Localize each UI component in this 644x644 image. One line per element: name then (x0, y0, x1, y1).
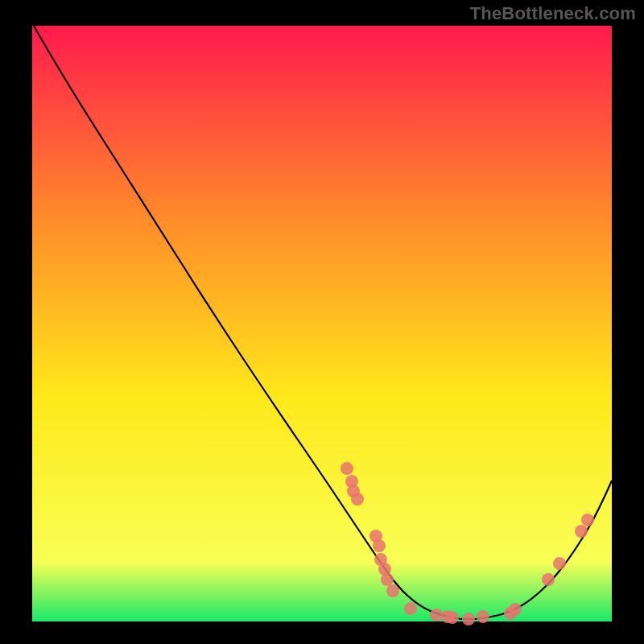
plot-background (32, 26, 612, 621)
data-point (446, 611, 459, 624)
data-point (381, 573, 394, 586)
data-point (430, 609, 443, 621)
watermark: TheBottleneck.com (470, 3, 636, 24)
data-point (581, 514, 594, 526)
data-point (542, 573, 555, 586)
data-point (462, 613, 475, 625)
data-point (575, 525, 588, 538)
plot-svg (0, 0, 644, 644)
data-point (509, 603, 522, 616)
data-point (351, 493, 364, 506)
data-point (373, 539, 386, 552)
chart-frame: TheBottleneck.com (0, 0, 644, 644)
data-point (553, 557, 566, 570)
data-point (404, 602, 417, 615)
data-point (386, 584, 399, 597)
data-point (477, 610, 489, 623)
data-point (341, 462, 353, 475)
